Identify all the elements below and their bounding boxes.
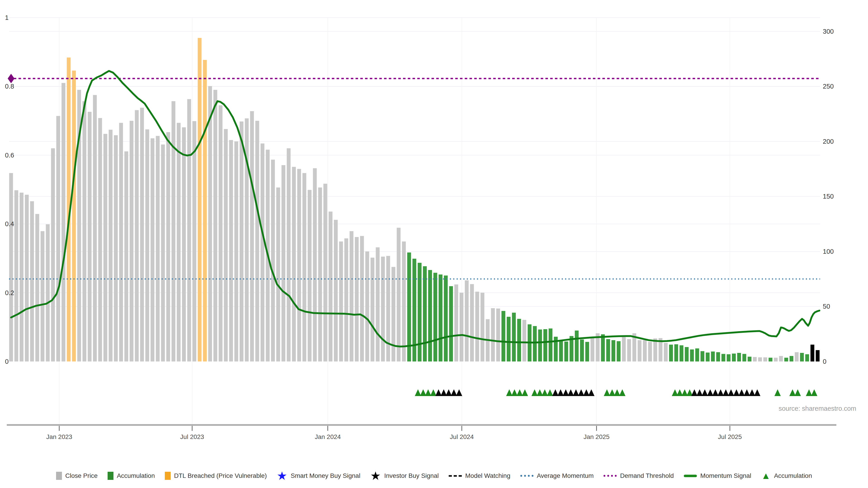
accumulation-bar: [512, 313, 516, 361]
accumulation-bar: [559, 340, 563, 361]
accumulation-triangle: [537, 389, 543, 396]
close-price-bar: [260, 143, 265, 361]
close-price-bar: [166, 132, 170, 361]
investor-triangle: [691, 389, 698, 396]
accumulation-triangle: [811, 389, 817, 396]
x-tick-label: Jul 2023: [180, 433, 204, 440]
close-price-bar: [219, 105, 222, 361]
close-price-bar: [98, 118, 102, 361]
close-price-bar: [758, 357, 762, 361]
close-price-bar: [465, 281, 469, 361]
close-price-bar: [470, 284, 474, 361]
accumulation-triangle: [609, 389, 615, 396]
legend-item-momentum-signal[interactable]: Momentum Signal: [684, 472, 751, 480]
y-left-label: 0.2: [5, 289, 14, 296]
accumulation-bar: [737, 353, 741, 361]
y-right-label: 250: [823, 83, 834, 90]
accumulation-bar: [580, 339, 584, 361]
legend-label: Accumulation: [774, 472, 812, 480]
close-price-bar: [224, 129, 228, 361]
investor-triangle: [573, 389, 579, 396]
accumulation-triangle-icon: ▲: [761, 472, 771, 480]
legend-item-dtl-breached[interactable]: DTL Breached (Price Vulnerable): [165, 472, 267, 480]
dtl-breached-bar: [198, 38, 202, 361]
close-price-bar: [795, 352, 799, 361]
accumulation-triangle: [425, 389, 431, 396]
accumulation-bar: [789, 356, 794, 361]
close-price-bar: [360, 236, 364, 361]
investor-triangle: [739, 389, 745, 396]
close-price-bar: [638, 340, 642, 361]
close-price-bar: [182, 127, 186, 361]
accumulation-triangle: [547, 389, 553, 396]
accumulation-triangle: [420, 389, 426, 396]
close-price-bar: [119, 123, 123, 361]
accumulation-triangle: [511, 389, 518, 396]
accumulation-bar: [449, 286, 453, 361]
close-price-bar: [83, 101, 86, 361]
close-price-bar: [491, 308, 495, 361]
accumulation-bar: [549, 328, 553, 361]
legend-item-average-momentum[interactable]: Average Momentum: [520, 472, 594, 480]
accumulation-bar: [800, 353, 804, 361]
legend-item-smart-money-buy[interactable]: ★Smart Money Buy Signal: [277, 472, 360, 480]
accumulation-bar: [585, 342, 589, 361]
close-price-bar: [386, 256, 390, 361]
close-price-bar: [653, 338, 657, 361]
investor-triangle: [702, 389, 708, 396]
legend-label: Accumulation: [117, 472, 155, 480]
y-left-label: 0.6: [5, 152, 14, 159]
investor-triangle: [435, 389, 442, 396]
accumulation-triangle: [677, 389, 683, 396]
legend-item-accumulation-mark[interactable]: ▲Accumulation: [761, 472, 812, 480]
close-price-bar: [397, 228, 401, 361]
demand-threshold-diamond: [8, 74, 14, 83]
legend-label: Momentum Signal: [700, 472, 751, 480]
accumulation-bar: [721, 354, 725, 361]
close-price-bar: [240, 122, 243, 361]
close-price-bar: [187, 99, 191, 361]
investor-triangle: [578, 389, 584, 396]
close-price-bar: [276, 188, 280, 361]
legend-item-demand-threshold[interactable]: Demand Threshold: [603, 472, 674, 480]
legend-item-investor-buy[interactable]: ★Investor Buy Signal: [370, 472, 439, 480]
accumulation-bar: [680, 345, 683, 361]
accumulation-triangle: [541, 389, 548, 396]
legend-item-accumulation-bar[interactable]: Accumulation: [107, 472, 155, 480]
close-price-bar: [350, 231, 353, 361]
close-price-bar: [590, 338, 594, 361]
close-price-bar: [156, 136, 160, 361]
x-tick-label: Jan 2025: [583, 433, 610, 440]
y-left-label: 0.4: [5, 220, 14, 228]
close-price-bar: [25, 195, 29, 361]
accumulation-bar: [538, 329, 542, 361]
dtl-breached-bar: [203, 60, 207, 361]
legend-item-close-price[interactable]: Close Price: [56, 472, 98, 480]
y-right-label: 300: [823, 28, 834, 35]
price-momentum-chart: Jan 2023Jul 2023Jan 2024Jul 2024Jan 2025…: [0, 0, 868, 465]
close-price-bar: [129, 121, 133, 361]
model-watching-dash-icon: [449, 475, 462, 477]
accumulation-bar: [517, 319, 521, 361]
close-price-bar: [297, 169, 301, 361]
accumulation-bar: [716, 352, 720, 361]
close-price-bar: [255, 121, 259, 361]
accumulation-swatch: [107, 472, 114, 480]
accumulation-bar: [701, 351, 704, 361]
accumulation-bar: [784, 358, 788, 361]
y-left-label: 0: [5, 358, 8, 365]
close-price-bar: [35, 214, 39, 361]
legend-item-model-watching[interactable]: Model Watching: [449, 472, 510, 480]
y-right-label: 0: [823, 358, 827, 365]
investor-triangle: [552, 389, 559, 396]
accumulation-bar: [685, 347, 688, 361]
close-price-bar: [61, 83, 65, 361]
investor-star-icon: ★: [370, 472, 381, 480]
close-price-bar: [88, 112, 92, 361]
close-price-bar: [627, 339, 631, 361]
accumulation-bar: [428, 270, 432, 361]
investor-triangle: [588, 389, 594, 396]
close-price-bar: [145, 129, 149, 361]
accumulation-triangle: [795, 389, 801, 396]
legend-label: DTL Breached (Price Vulnerable): [174, 472, 267, 480]
